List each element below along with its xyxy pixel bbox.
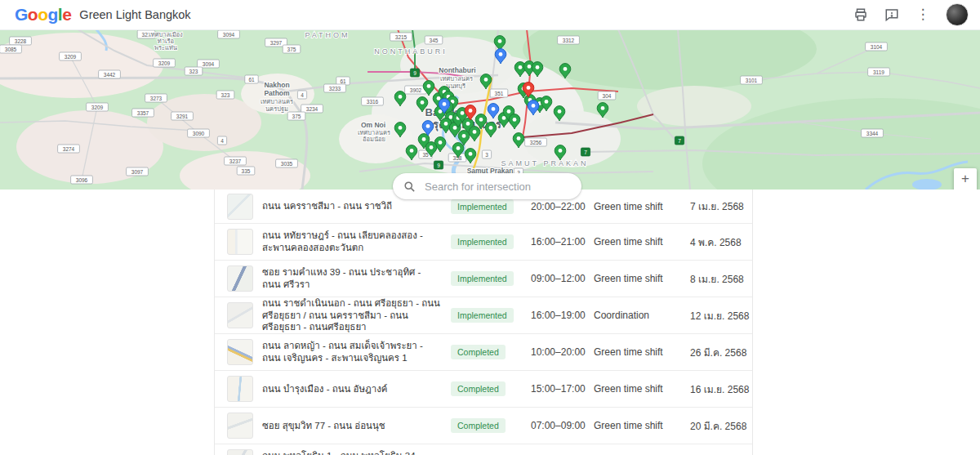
svg-text:3316: 3316 <box>367 99 379 105</box>
search-bar[interactable] <box>393 173 581 199</box>
status-badge: Completed <box>451 381 506 396</box>
row-intersection-name: ถนน พหลโยธิน 1 - ถนน พหลโยธิน 34 - ถนน พ… <box>262 450 442 455</box>
svg-text:3357: 3357 <box>137 110 149 116</box>
svg-text:3085: 3085 <box>5 47 17 52</box>
logo-letter: o <box>38 5 47 25</box>
svg-text:4: 4 <box>301 92 304 98</box>
road-shield: 3 <box>482 150 491 158</box>
row-thumbnail <box>227 413 253 439</box>
map-label: Nakhon <box>264 81 289 89</box>
road-shield: 335 <box>237 167 255 175</box>
row-intersection-name: ถนน ราชดำเนินนอก - ถนน ศรีอยุธยา - ถนนศร… <box>262 297 442 334</box>
row-date: 7 เม.ย. 2568 <box>690 199 751 214</box>
svg-text:4: 4 <box>220 138 224 144</box>
svg-text:7: 7 <box>678 138 681 144</box>
row-date: 12 เม.ย. 2568 <box>690 308 751 323</box>
search-input[interactable] <box>423 180 572 194</box>
svg-text:3094: 3094 <box>223 32 235 38</box>
avatar[interactable] <box>946 3 969 26</box>
row-recommendation-type: Green time shift <box>594 273 684 284</box>
road-shield: 345 <box>425 36 443 44</box>
list-item[interactable]: ถนน พหลโยธิน 1 - ถนน พหลโยธิน 34 - ถนน พ… <box>215 444 752 455</box>
status-badge: Implemented <box>451 308 514 323</box>
road-shield: 3096 <box>71 176 93 184</box>
row-intersection-name: ถนน นครราชสีมา - ถนน ราชวิถี <box>262 200 442 212</box>
svg-text:3119: 3119 <box>873 69 884 75</box>
road-shield: 3085 <box>0 45 21 53</box>
print-icon[interactable] <box>853 7 869 23</box>
road-shield: 323 <box>216 91 234 99</box>
row-time-range: 16:00–19:00 <box>531 310 588 321</box>
road-shield: 3119 <box>868 68 890 76</box>
list-item[interactable]: ถนน ราชดำเนินนอก - ถนน ศรีอยุธยา - ถนนศร… <box>215 297 752 334</box>
svg-text:3035: 3035 <box>281 161 293 167</box>
svg-text:323: 323 <box>189 69 198 74</box>
row-thumbnail <box>227 376 253 402</box>
status-badge: Completed <box>451 345 506 359</box>
svg-text:3209: 3209 <box>65 54 77 60</box>
list-item[interactable]: ถนน บำรุงเมือง - ถนน อัษฎางค์Completed15… <box>215 371 752 408</box>
road-shield: 3104 <box>866 42 888 51</box>
road-shield: 3228 <box>10 37 32 45</box>
list-item[interactable]: ซอย สุขุมวิท 77 - ถนน อ่อนนุชCompleted07… <box>215 408 752 444</box>
row-time-range: 20:00–22:00 <box>531 201 588 212</box>
logo-letter: G <box>15 5 28 25</box>
status-badge: Implemented <box>451 234 514 249</box>
svg-text:3090: 3090 <box>193 131 205 136</box>
row-thumbnail <box>227 194 253 220</box>
row-recommendation-type: Green time shift <box>594 383 684 395</box>
svg-text:3297: 3297 <box>270 40 283 46</box>
road-shield: 3097 <box>127 167 149 176</box>
svg-text:3104: 3104 <box>871 44 883 50</box>
svg-text:3209: 3209 <box>158 60 171 66</box>
row-date: 8 เม.ย. 2568 <box>690 271 751 287</box>
road-shield: 7 <box>675 136 684 145</box>
road-shield: 304 <box>598 91 616 100</box>
road-shield: 3312 <box>558 36 580 44</box>
svg-text:3237: 3237 <box>229 158 242 164</box>
intersection-list: ถนน นครราชสีมา - ถนน ราชวิถีImplemented2… <box>214 190 753 455</box>
row-date: 20 มี.ค. 2568 <box>690 418 751 434</box>
list-item[interactable]: ถนน ลาดหญ้า - ถนน สมเด็จเจ้าพระยา - ถนน … <box>215 334 752 371</box>
svg-text:351: 351 <box>495 91 504 96</box>
road-shield: 3209 <box>87 103 109 111</box>
svg-text:3902: 3902 <box>410 87 422 93</box>
map-label: SAMUT PRAKAN <box>501 159 589 167</box>
road-shield: 3035 <box>276 159 298 167</box>
svg-text:3273: 3273 <box>150 96 163 101</box>
row-thumbnail <box>227 449 253 455</box>
feedback-icon[interactable] <box>884 7 900 23</box>
road-shield: 61 <box>245 75 258 83</box>
row-recommendation-type: Coordination <box>594 310 684 321</box>
page-title: Green Light Bangkok <box>79 8 190 21</box>
svg-text:3344: 3344 <box>866 131 879 136</box>
row-date: 16 เม.ย. 2568 <box>690 381 751 397</box>
road-shield: 375 <box>287 112 305 120</box>
list-item[interactable]: ถนน หทัยราษฎร์ - ถนน เลียบคลองสอง - สะพา… <box>215 224 752 261</box>
road-shield: 4 <box>217 136 226 145</box>
list-item[interactable]: ซอย รามคำแหง 39 - ถนน ประชาอุทิศ - ถนน ศ… <box>215 261 752 297</box>
map-label: นครปฐม <box>265 105 288 113</box>
road-shield: 3209 <box>60 52 82 60</box>
logo-letter: o <box>28 5 38 25</box>
more-options-icon[interactable]: ⋮ <box>915 7 931 23</box>
svg-text:3228: 3228 <box>15 38 27 44</box>
row-recommendation-type: Green time shift <box>594 201 684 212</box>
row-recommendation-type: Green time shift <box>594 346 684 358</box>
row-time-range: 07:00–09:00 <box>531 420 588 431</box>
row-recommendation-type: Green time shift <box>594 236 684 248</box>
row-intersection-name: ถนน หทัยราษฎร์ - ถนน เลียบคลองสอง - สะพา… <box>262 230 442 254</box>
svg-text:3442: 3442 <box>104 72 116 78</box>
map[interactable]: 3228308532093442323309432973753209309432… <box>0 29 980 190</box>
logo-letter: e <box>62 5 71 25</box>
road-shield: 3215 <box>390 33 412 41</box>
road-shield: 3291 <box>172 112 194 120</box>
svg-text:304: 304 <box>603 93 612 99</box>
svg-text:7: 7 <box>584 149 587 155</box>
svg-text:3215: 3215 <box>395 34 408 40</box>
map-label: อ้อมน้อย <box>363 136 385 143</box>
svg-text:3234: 3234 <box>306 106 318 112</box>
status-badge: Implemented <box>451 199 514 214</box>
zoom-in-button[interactable]: + <box>954 168 977 190</box>
svg-text:3312: 3312 <box>563 38 575 43</box>
